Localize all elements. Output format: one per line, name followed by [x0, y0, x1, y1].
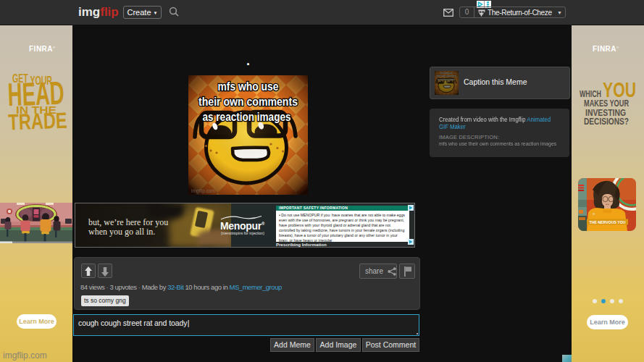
svg-text:DECISIONS?: DECISIONS? — [584, 116, 629, 125]
svg-text:TRADE: TRADE — [8, 108, 67, 130]
svg-text:THE NERVOUS YOU: THE NERVOUS YOU — [590, 220, 626, 224]
